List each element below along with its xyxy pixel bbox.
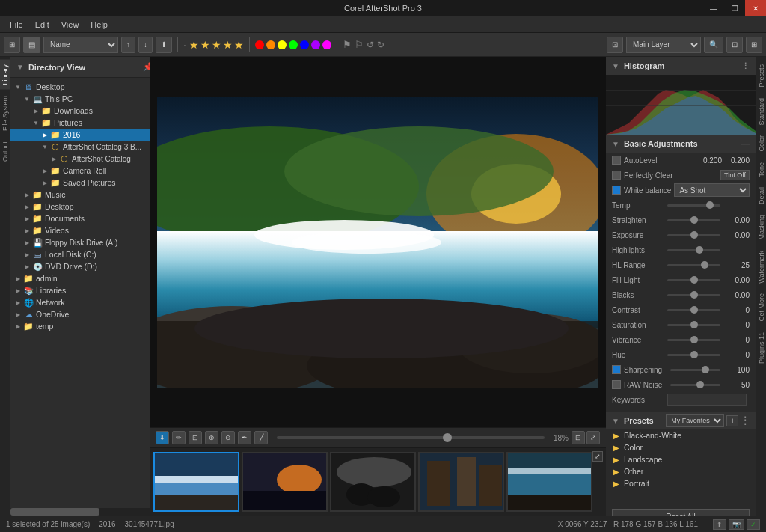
tree-arrow[interactable]: ▶ (22, 227, 31, 234)
tool-select[interactable]: ⬇ (156, 431, 169, 444)
star-4[interactable]: ★ (223, 39, 233, 51)
color-pink[interactable] (322, 40, 331, 49)
highlights-slider[interactable] (667, 249, 720, 251)
straighten-thumb[interactable] (690, 216, 698, 224)
tree-arrow[interactable]: ▶ (40, 180, 49, 186)
tool-transform[interactable]: ⊡ (189, 431, 202, 444)
sharpening-thumb[interactable] (702, 366, 709, 373)
color-purple[interactable] (311, 40, 320, 49)
vtab-standard[interactable]: Standard (757, 94, 766, 130)
tree-arrow[interactable]: ▼ (22, 96, 31, 103)
presets-collapse[interactable]: ▼ (612, 417, 619, 425)
straighten-slider[interactable] (667, 219, 720, 221)
tree-item-catalog3[interactable]: ▼ ⬡ AfterShot Catalog 3 B... (10, 141, 159, 153)
temp-slider-thumb[interactable] (706, 201, 714, 209)
hl-range-slider[interactable] (667, 264, 720, 266)
saturation-slider[interactable] (667, 324, 720, 326)
hl-range-thumb[interactable] (701, 261, 708, 269)
tree-item-desktop2[interactable]: ▶ 📁 Desktop (10, 201, 159, 213)
autolevel-checkbox[interactable] (612, 156, 621, 165)
tree-item-music[interactable]: ▶ 📁 Music (10, 189, 159, 201)
tree-arrow[interactable]: ▼ (13, 84, 22, 91)
perfectly-clear-select[interactable]: Tint Off (720, 170, 750, 180)
filmstrip-expand-button[interactable]: ⤢ (592, 451, 603, 462)
color-labels[interactable] (255, 40, 331, 49)
vtab-watermark[interactable]: Watermark (757, 246, 766, 288)
tree-arrow[interactable]: ▶ (22, 263, 31, 270)
tree-item-localdisk[interactable]: ▶ 🖴 Local Disk (C:) (10, 248, 159, 260)
presets-options-icon[interactable]: ⋮ (741, 415, 750, 426)
vtab-color[interactable]: Color (757, 131, 766, 156)
tree-arrow[interactable]: ▼ (31, 120, 40, 126)
tree-item-videos[interactable]: ▶ 📁 Videos (10, 224, 159, 236)
view-single-button[interactable]: ⊡ (726, 37, 743, 53)
tool-redeye[interactable]: ⊕ (205, 431, 218, 444)
exposure-thumb[interactable] (690, 231, 698, 239)
tree-arrow[interactable]: ▶ (22, 251, 31, 258)
star-3[interactable]: ★ (212, 39, 221, 51)
tree-arrow[interactable]: ▶ (13, 311, 22, 318)
hue-thumb[interactable] (690, 351, 698, 358)
sort-desc-button[interactable]: ↓ (138, 37, 153, 53)
tree-arrow[interactable]: ▶ (31, 108, 40, 114)
thumb-5[interactable] (506, 452, 592, 512)
keywords-input[interactable] (667, 394, 747, 406)
preset-item-portrait[interactable]: ▶ Portrait (606, 477, 756, 489)
thumb-2[interactable] (242, 452, 328, 512)
menu-edit[interactable]: Edit (29, 19, 55, 31)
reset-all-button[interactable]: Reset All (612, 509, 750, 516)
vibrance-thumb[interactable] (690, 336, 698, 343)
sharpening-checkbox[interactable] (612, 365, 621, 374)
highlights-thumb[interactable] (696, 246, 703, 254)
star-1[interactable]: ★ (189, 39, 199, 51)
preset-item-bw[interactable]: ▶ Black-and-White (606, 429, 756, 441)
blacks-slider[interactable] (667, 294, 720, 296)
tree-arrow[interactable]: ▶ (13, 323, 22, 330)
presets-tab-select[interactable]: My Favorites All (666, 414, 724, 427)
vtab-presets[interactable]: Presets (757, 60, 766, 92)
perfectly-clear-checkbox[interactable] (612, 171, 621, 180)
sharpening-slider[interactable] (670, 369, 720, 371)
tree-arrow[interactable]: ▶ (13, 287, 22, 294)
tree-item-network[interactable]: ▶ 🌐 Network (10, 296, 159, 308)
thumb-1[interactable] (153, 452, 239, 512)
tree-arrow[interactable]: ▶ (40, 132, 49, 138)
compare-button[interactable]: ⊡ (607, 37, 623, 53)
color-green[interactable] (289, 40, 298, 49)
panel-collapse-arrow[interactable]: ▼ (16, 63, 24, 71)
toolbar-grid-icon[interactable]: ⊞ (4, 37, 20, 53)
flag-icon[interactable]: ⚑ (343, 39, 352, 50)
tree-item-documents[interactable]: ▶ 📁 Documents (10, 213, 159, 224)
tree-arrow[interactable]: ▶ (22, 215, 31, 222)
rotate-cw-icon[interactable]: ↻ (377, 40, 384, 50)
restore-button[interactable]: ❐ (724, 0, 745, 16)
blacks-thumb[interactable] (690, 291, 698, 299)
view-full-button[interactable]: ⤢ (586, 431, 600, 444)
tree-arrow[interactable]: ▶ (22, 204, 31, 210)
search-button[interactable]: 🔍 (704, 37, 723, 53)
menu-help[interactable]: Help (85, 19, 114, 31)
histogram-options-icon[interactable]: ⋮ (741, 61, 750, 71)
tree-item-cameraroll[interactable]: ▶ 📁 Camera Roll (10, 165, 159, 177)
tree-arrow[interactable]: ▼ (40, 144, 49, 150)
saturation-thumb[interactable] (690, 321, 698, 328)
tool-brush[interactable]: ✒ (238, 431, 251, 444)
color-blue[interactable] (300, 40, 309, 49)
tree-item-floppy[interactable]: ▶ 💾 Floppy Disk Drive (A:) (10, 236, 159, 248)
contrast-slider[interactable] (667, 309, 720, 311)
raw-noise-slider[interactable] (670, 384, 720, 386)
tree-arrow[interactable]: ▶ (22, 192, 31, 198)
tree-item-desktop[interactable]: ▼ 🖥 Desktop (10, 81, 159, 93)
color-red[interactable] (255, 40, 264, 49)
raw-noise-checkbox[interactable] (612, 380, 621, 389)
minimize-button[interactable]: — (703, 0, 724, 16)
fill-light-thumb[interactable] (690, 276, 698, 284)
unflag-icon[interactable]: ⚐ (355, 39, 364, 50)
menu-file[interactable]: File (4, 19, 29, 31)
temp-slider[interactable] (667, 204, 720, 207)
preset-add-button[interactable]: + (726, 415, 738, 426)
vtab-library[interactable]: Library (0, 60, 10, 90)
vtab-detail[interactable]: Detail (757, 183, 766, 209)
tree-item-dvd[interactable]: ▶ 💿 DVD Drive (D:) (10, 260, 159, 272)
vibrance-slider[interactable] (667, 339, 720, 341)
